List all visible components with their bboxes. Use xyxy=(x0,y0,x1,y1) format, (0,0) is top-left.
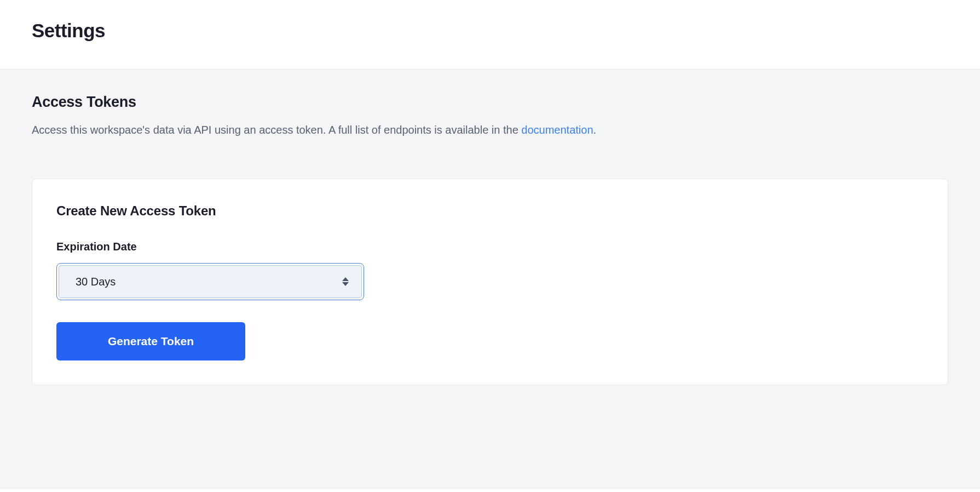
description-text-prefix: Access this workspace's data via API usi… xyxy=(32,124,521,136)
page-header: Settings xyxy=(0,0,980,69)
expiration-select-focus-ring: 30 Days xyxy=(56,263,364,300)
page-title: Settings xyxy=(32,20,948,42)
generate-token-button[interactable]: Generate Token xyxy=(56,322,245,361)
content-area: Access Tokens Access this workspace's da… xyxy=(0,69,980,489)
expiration-date-select[interactable]: 30 Days xyxy=(59,265,362,298)
section-title-access-tokens: Access Tokens xyxy=(32,94,948,111)
documentation-link[interactable]: documentation xyxy=(521,124,593,136)
expiration-date-label: Expiration Date xyxy=(56,241,924,253)
create-token-card: Create New Access Token Expiration Date … xyxy=(32,179,948,385)
section-description: Access this workspace's data via API usi… xyxy=(32,121,948,139)
expiration-select-wrapper: 30 Days xyxy=(56,263,364,300)
card-title-create-token: Create New Access Token xyxy=(56,203,924,219)
description-text-suffix: . xyxy=(593,124,597,136)
